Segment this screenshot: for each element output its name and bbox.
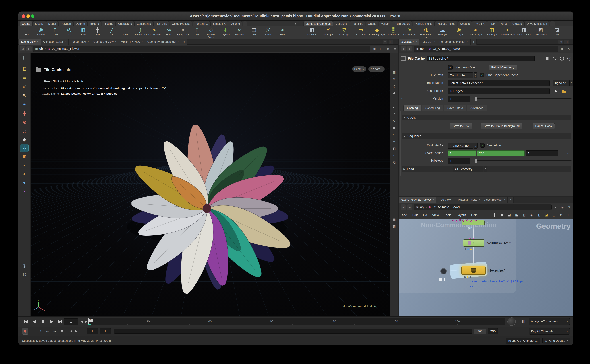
breadcrumb[interactable]: ▣obj▸◉02_Animate_Flower [33,46,370,52]
shelf-tool-distant-light[interactable]: ☀Distant Light [402,26,418,38]
clock-icon[interactable]: ◔ [29,328,36,334]
prev-frame-button[interactable] [80,319,84,324]
reload-geometry-button[interactable]: Reload Geometry [489,65,517,71]
evaluate-as-select[interactable]: Frame Range [448,143,474,149]
normals-icon[interactable]: ↑ [391,111,397,117]
minimize-window-button[interactable] [26,14,30,18]
note-icon[interactable]: ▧ [20,82,28,90]
network-box-icon[interactable]: ▢ [551,213,556,217]
close-tab-icon[interactable]: × [416,40,417,44]
playback-range-slider[interactable] [114,329,472,334]
snap-grid-icon[interactable]: ▦ [391,69,397,75]
shelf-tool-portal-light[interactable]: ◫Portal Light [483,26,500,38]
shelf-tool-l-system[interactable]: ΨL-System [218,26,233,38]
range-start-field[interactable]: 1 [448,150,476,156]
cache-section-header[interactable]: ▼Cache [402,115,571,120]
auto-key-icon[interactable] [22,328,28,334]
step-start-icon[interactable]: ⇤ [44,328,50,334]
pane-grid-icon[interactable]: ⣿ [20,54,28,62]
shelf-tool-font[interactable]: FFont [190,26,204,38]
shelf-tab-fem[interactable]: FEM [487,21,498,26]
param-tab-save-filters[interactable]: Save Filters [444,105,466,111]
connector-dot[interactable] [459,219,461,221]
shelf-tab-rigging[interactable]: Rigging [101,21,115,26]
substeps-slider[interactable] [475,160,572,161]
camera-view-icon[interactable]: ◧ [391,145,397,152]
connector-dot[interactable] [470,220,472,222]
shelf-tool-null[interactable]: ╋Null [91,26,105,38]
shelf-tool-sw[interactable]: ◪Sw [549,26,565,38]
pane-tab-asset-browser[interactable]: Asset Browser× [483,197,508,203]
range-start-field-b[interactable]: 1 [100,328,111,334]
range-dropdown-icon[interactable]: ▾ [567,152,568,155]
prev-keyframe-button[interactable] [69,329,73,334]
wireframe-icon[interactable]: ◺ [391,118,397,124]
shelf-tool-torus[interactable]: ◎Torus [62,26,76,38]
save-to-disk-button[interactable]: Save to Disk [450,123,472,129]
param-tab-caching[interactable]: Caching [403,105,421,111]
breadcrumb-node[interactable]: 02_Animate_Flower [433,205,460,209]
viewport-help-icon[interactable]: ? [391,61,397,67]
substeps-field[interactable]: 1 [448,158,470,164]
forward-icon[interactable]: ▶ [407,46,412,52]
shelf-tab-oceans[interactable]: Oceans [458,21,472,26]
connector-dot[interactable] [475,220,477,221]
close-tab-icon[interactable]: × [433,198,434,201]
menu-tools[interactable]: Tools [444,213,451,217]
shelf-tool-curve-bezier[interactable]: ∫Curve Bezier [133,26,147,38]
shelf-tab-characters[interactable]: Characters [116,21,134,26]
shelf-add-tab-button[interactable]: + [550,21,555,26]
menu-help[interactable]: Help [471,213,477,217]
sync-playback-icon[interactable]: ⇄ [37,328,43,334]
shelf-tab-rigid-bodies[interactable]: Rigid Bodies [392,21,412,26]
shelf-tab-simple-fx[interactable]: Simple FX [210,21,228,26]
range-start-field-a[interactable]: 1 [87,328,98,334]
find-node-icon[interactable]: ⊙ [559,213,564,217]
pin-icon[interactable]: ◉ [372,46,377,52]
wire-style-icon[interactable]: ╋ [492,213,497,217]
file-path-select[interactable]: Constructed [448,72,473,78]
sticky-note-icon[interactable]: ▣ [544,213,549,217]
target-icon[interactable]: ◎ [566,204,572,210]
shelf-tool-box[interactable]: ◻Box [20,26,34,38]
time-dependent-checkbox[interactable]: ✓ [480,73,484,77]
file-chooser-icon[interactable] [553,89,559,94]
version-field[interactable]: 1 [448,96,470,102]
evaluate-stepper[interactable]: ▲▼ [474,143,477,149]
viewport-3d[interactable]: File Cache info Press Shift + F1 to hide… [31,53,390,316]
maximize-pane-icon[interactable]: ◻ [564,40,569,44]
translate-handle-icon[interactable]: ╋ [20,110,28,117]
play-button[interactable] [48,318,55,325]
pane-tab-render-view[interactable]: Render View× [68,39,92,45]
playbar-options-icon[interactable]: ≣ [59,328,65,334]
current-frame-field[interactable]: 1 [64,318,78,325]
file-path-stepper[interactable]: ▲▼ [474,72,477,78]
snap-point-icon[interactable]: ⊙ [391,76,397,82]
shelf-overflow-icon[interactable]: ▾ [295,22,296,25]
shelf-tool-sphere[interactable]: ◉Sphere [34,26,48,38]
jump-to-end-button[interactable] [57,318,64,325]
keyframe-camera-icon[interactable]: ◧ [522,319,525,323]
construction-plane-icon[interactable]: ▱ [391,97,397,103]
shelf-tab-guide-process[interactable]: Guide Process [170,21,192,26]
pane-splitter[interactable] [398,39,399,45]
close-tab-icon[interactable]: × [178,40,179,44]
shelf-tool-sky-light[interactable]: ☁Sky Light [434,26,451,38]
jump-up-icon[interactable]: ⇧ [566,213,571,217]
shelf-tab-particles[interactable]: Particles [350,21,365,26]
version-slider[interactable] [475,98,572,99]
close-tab-icon[interactable]: × [434,40,435,44]
shelf-tool-metaball[interactable]: ∞Metaball [233,26,247,38]
sync-icon[interactable]: ↻ [566,46,572,52]
snap-prim-icon[interactable]: ◆ [391,90,397,96]
new-pane-tab-button[interactable]: + [471,39,476,45]
list-view-icon[interactable]: ▤ [507,213,512,217]
menu-layout[interactable]: Layout [456,213,466,217]
shelf-tab-create[interactable]: Create [20,21,33,26]
playback-options-knob[interactable] [508,318,516,326]
play-reverse-button[interactable] [31,318,38,325]
maximize-pane-icon[interactable]: ◻ [389,40,393,44]
connector-dot[interactable] [452,220,454,221]
shelf-tool-tube[interactable]: ▯Tube [48,26,62,38]
node-name-field[interactable]: filecache7 [427,56,535,61]
